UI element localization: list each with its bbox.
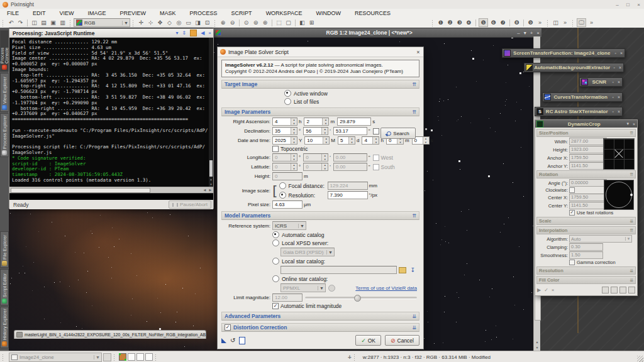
lon-seconds-field[interactable]: 0.00	[333, 153, 367, 162]
window-minimize-icon[interactable]: –	[517, 30, 519, 36]
mask-show-icon[interactable]: ▥	[58, 19, 67, 26]
expand-icon[interactable]: ⇊	[630, 219, 633, 224]
view-list-button[interactable]	[103, 353, 111, 361]
toolbar-grip[interactable]	[2, 19, 4, 26]
height-field[interactable]: 0	[272, 172, 303, 180]
panel-close-icon[interactable]: ×	[618, 95, 620, 99]
dock-tab-file-explorer[interactable]: File Explorer	[0, 231, 9, 268]
gamma-correction-checkbox[interactable]	[569, 260, 575, 265]
ra-hours-field[interactable]: 4▲▼	[272, 118, 297, 126]
view-selector[interactable]: Image24_clone ▼	[9, 353, 102, 362]
zoom-custom-icon[interactable]: ⊛	[261, 19, 269, 26]
readout-mode-icon[interactable]: ◎	[175, 19, 183, 26]
workspace-1-icon[interactable]: ❶	[436, 19, 445, 26]
console-close-icon[interactable]: ×	[208, 30, 211, 36]
panel-restore-icon[interactable]: ▫	[613, 65, 614, 70]
section-advanced-parameters[interactable]: Advanced Parameters⇊	[221, 312, 419, 321]
console-command-input[interactable]	[9, 193, 213, 200]
dock-tab-view-explorer[interactable]: View Explorer	[0, 73, 9, 112]
statusbar-grip[interactable]	[2, 354, 4, 361]
browse-folder-icon[interactable]	[399, 267, 406, 273]
section-scale[interactable]: Scale⇊	[536, 217, 636, 225]
expand-icon[interactable]: ⇊	[412, 314, 416, 319]
histogram-icon[interactable]: ▤	[40, 19, 48, 26]
dynamiccrop-titlebar[interactable]: DynamicCrop ▾ ×	[535, 120, 637, 128]
scroll-right-icon[interactable]: ▶	[208, 187, 213, 192]
menu-item[interactable]: IMAGE	[81, 9, 113, 18]
xpsd-server-select[interactable]: Gaia DR3 (XPSD)▼	[280, 248, 335, 256]
lon-minutes-field[interactable]: 0▲▼	[303, 153, 328, 162]
panel-close-icon[interactable]: ×	[619, 65, 621, 70]
panel-starxterminator[interactable]: S RC Astro StarXTerminator ▫ ×	[535, 107, 623, 116]
window-shade-icon[interactable]: ❾	[526, 19, 535, 26]
image-window-titlebar[interactable]: RGB 1:2 Image24_clone | <*new*> – ▾ + ×	[213, 28, 542, 38]
collapse-icon[interactable]: ⇈	[630, 228, 633, 233]
menu-item[interactable]: RESOURCES	[348, 9, 397, 18]
window-zoom-icon[interactable]: +	[530, 30, 533, 36]
toolbar-grip[interactable]	[431, 19, 434, 26]
selection-icon[interactable]: ▢	[284, 19, 292, 26]
anchor-x-field[interactable]: 1759.50	[569, 154, 607, 162]
focal-distance-field[interactable]: 129.224	[328, 182, 368, 190]
local-xpsd-radio[interactable]	[272, 239, 279, 246]
execute-icon[interactable]: ✓	[544, 287, 548, 293]
window-tab-masterlight[interactable]: masterLight_BIN_1_4144x2822_EXPOSURE_120…	[14, 330, 206, 339]
section-image-parameters[interactable]: Image Parameters⇈	[221, 107, 419, 116]
focal-distance-radio[interactable]	[279, 182, 286, 189]
south-checkbox[interactable]	[373, 128, 379, 134]
month-field[interactable]: 10▲▼	[304, 136, 330, 145]
menu-item[interactable]: EDIT	[26, 9, 53, 18]
zoom-fit-icon[interactable]: ⊚	[252, 19, 260, 26]
lat-degrees-field[interactable]: 0▲▼	[272, 163, 297, 171]
menu-item[interactable]: VIEW	[53, 9, 81, 18]
panel-close-icon[interactable]: ×	[618, 109, 620, 114]
ra-seconds-field[interactable]: 29.879	[337, 118, 371, 126]
width-field[interactable]: 2877.00	[569, 138, 607, 145]
section-size-position[interactable]: Size/Position⇈	[536, 129, 636, 137]
workspace-current-icon[interactable]: ❺	[479, 18, 488, 27]
screen-tf-icon[interactable]: ◫	[30, 19, 38, 26]
toolbar-grip[interactable]	[547, 19, 549, 26]
height-field[interactable]: 1923.00	[569, 146, 607, 153]
toolbar-grip[interactable]	[69, 19, 72, 26]
panel-automaticbackgroundextractor[interactable]: AutomaticBackgroundExtractor ▫ ×	[524, 63, 624, 72]
split-view-icon[interactable]: ◧	[298, 19, 306, 26]
collapse-icon[interactable]: ⇈	[412, 213, 416, 219]
documentation-icon[interactable]	[239, 337, 245, 344]
panel-restore-icon[interactable]: ▫	[612, 80, 613, 84]
minimize-icon[interactable]: –	[612, 1, 623, 9]
workspace-3-icon[interactable]: ❸	[455, 19, 464, 26]
year-field[interactable]: 2025▲▼	[272, 136, 297, 145]
panel-shade-icon[interactable]: ▾	[626, 121, 629, 126]
menu-item[interactable]: SCRIPT	[225, 9, 259, 18]
angle-field[interactable]: 0.00000	[569, 179, 607, 187]
undo-icon[interactable]: ↶	[7, 19, 15, 26]
dialog-close-icon[interactable]: ×	[413, 49, 423, 55]
catalog-file-field[interactable]	[280, 266, 397, 274]
console-resize-icon[interactable]: ⇕	[182, 30, 186, 36]
window-cascade-icon[interactable]: ❻	[489, 19, 497, 26]
download-icon[interactable]: ↧	[410, 267, 415, 273]
section-distortion-correction[interactable]: ✓ Distortion Correction⇊	[221, 323, 419, 332]
dialog-titlebar[interactable]: Image Plate Solver Script ×	[218, 47, 423, 57]
crop-mode-icon[interactable]: ⊡	[203, 19, 211, 26]
ra-minutes-field[interactable]: 2▲▼	[304, 118, 329, 126]
lon-degrees-field[interactable]: 0▲▼	[272, 153, 297, 162]
workspace-swatch[interactable]	[136, 353, 144, 361]
pixel-size-field[interactable]: 4.63	[272, 200, 303, 209]
workspace-swatch-active[interactable]	[119, 353, 126, 361]
cancel-button[interactable]: ⊘Cancel	[385, 335, 419, 346]
anchor-y-field[interactable]: 1141.50	[569, 162, 607, 170]
automatic-catalog-radio[interactable]	[272, 231, 279, 238]
scrollbar-thumb[interactable]	[209, 160, 213, 177]
overflow-icon[interactable]: »	[536, 19, 544, 26]
mask-enable-icon[interactable]: ▣	[49, 19, 57, 26]
center-x-field[interactable]: 1759.50	[569, 194, 607, 201]
pan-mode-icon[interactable]: ✛	[137, 19, 145, 26]
panel-close-icon[interactable]: ×	[620, 51, 623, 55]
new-instance-icon[interactable]	[611, 287, 618, 293]
console-titlebar[interactable]: Processing: JavaScript Runtime ▾ ⇕ ◀ ×	[9, 29, 213, 38]
menu-item[interactable]: WORKSPACE	[259, 9, 309, 18]
dock-tab-script-editor[interactable]: Script Editor	[0, 269, 9, 305]
expand-icon[interactable]: ⇊	[412, 325, 416, 331]
